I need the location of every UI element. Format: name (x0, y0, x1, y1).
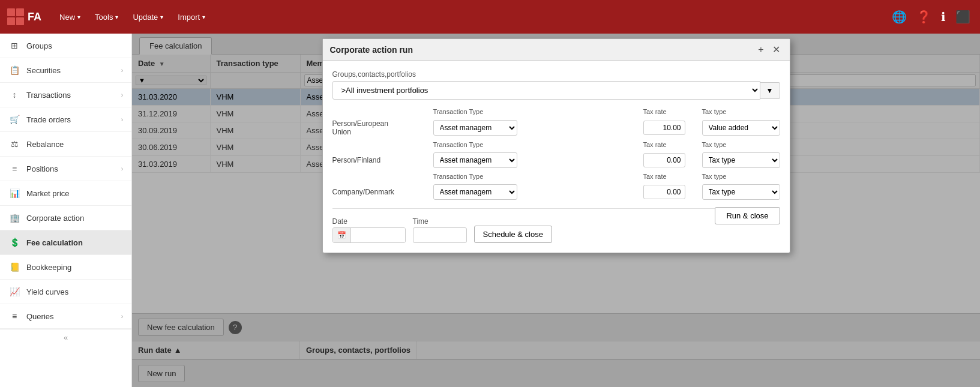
groups-dropdown-row: >All investment portfolios ▼ (332, 81, 780, 100)
corporate-action-run-dialog: Corporate action run + ✕ Groups,contacts… (322, 38, 790, 253)
sidebar-item-corporate-action[interactable]: 🏢 Corporate action (0, 206, 131, 230)
help-icon[interactable]: ❓ (914, 7, 934, 26)
groups-icon: ⊞ (8, 40, 20, 52)
sidebar-item-label: Yield curves (26, 287, 123, 296)
person-eu-label: Person/EuropeanUnion (332, 119, 428, 136)
tax-rate-col-header-2: Tax rate (643, 141, 697, 148)
sidebar-item-label: Groups (26, 41, 123, 50)
chevron-right-icon: › (121, 313, 123, 320)
tx-type-fi-group: Asset managem (433, 152, 639, 168)
logout-icon[interactable]: ⬛ (953, 7, 973, 26)
sidebar: ⊞ Groups 📋 Securities › ↕ Transactions ›… (0, 34, 132, 387)
yield-curves-icon: 📈 (8, 286, 20, 298)
tax-header-row-3: Transaction Type Tax rate Tax type (332, 173, 780, 182)
date-group: Date 📅 (332, 217, 406, 243)
sidebar-item-securities[interactable]: 📋 Securities › (0, 58, 131, 83)
sidebar-item-queries[interactable]: ≡ Queries › (0, 304, 131, 329)
date-label: Date (332, 217, 406, 226)
tax-type-col-header-3: Tax type (702, 173, 780, 180)
sidebar-item-transactions[interactable]: ↕ Transactions › (0, 83, 131, 107)
time-label: Time (413, 217, 467, 226)
tax-type-eu-group: Value added (702, 120, 780, 136)
rebalance-icon: ⚖ (8, 138, 20, 150)
tx-type-dk-select[interactable]: Asset managem (433, 184, 517, 200)
tax-rate-dk-input[interactable] (643, 185, 685, 199)
chevron-right-icon: › (121, 116, 123, 123)
sidebar-item-label: Trade orders (26, 115, 115, 124)
import-menu[interactable]: Import ▾ (172, 9, 211, 25)
trade-orders-icon: 🛒 (8, 113, 20, 125)
chevron-right-icon: › (121, 67, 123, 74)
update-caret: ▾ (160, 14, 163, 20)
logo-area: FA (7, 8, 41, 25)
tax-type-col-header-2: Tax type (702, 141, 780, 148)
queries-icon: ≡ (8, 310, 20, 322)
sidebar-item-bookkeeping[interactable]: 📒 Bookkeeping (0, 255, 131, 280)
logo-text: FA (28, 11, 41, 23)
info-icon[interactable]: ℹ (939, 7, 948, 26)
sidebar-collapse-btn[interactable]: « (0, 329, 131, 346)
time-input[interactable] (413, 227, 467, 243)
tx-type-col-header-3: Transaction Type (433, 173, 639, 180)
dialog-header: Corporate action run + ✕ (323, 39, 790, 61)
tx-type-fi-select[interactable]: Asset managem (433, 152, 517, 168)
tax-row-person-fi: Person/Finland Asset managem (332, 152, 780, 168)
tax-type-eu-select[interactable]: Value added (702, 120, 780, 136)
tx-type-eu-select[interactable]: Asset managem (433, 120, 517, 136)
tax-header-row-2: Transaction Type Tax rate Tax type (332, 141, 780, 150)
company-dk-label: Company/Denmark (332, 188, 428, 196)
tax-type-dk-select[interactable]: Tax type (702, 184, 780, 200)
date-time-row: Date 📅 Time Schedul (332, 217, 715, 243)
sidebar-item-trade-orders[interactable]: 🛒 Trade orders › (0, 107, 131, 132)
tax-rate-col-header-3: Tax rate (643, 173, 697, 180)
dialog-close-button[interactable]: ✕ (770, 44, 783, 55)
nav-right: 🌐 ❓ ℹ ⬛ (889, 7, 973, 26)
tax-rows-container: Transaction Type Tax rate Tax type Perso… (332, 108, 780, 200)
dialog-title: Corporate action run (330, 45, 413, 55)
fee-calculation-icon: 💲 (8, 236, 20, 248)
transactions-icon: ↕ (8, 89, 20, 101)
chevron-right-icon: › (121, 166, 123, 172)
tx-type-eu-group: Asset managem (433, 120, 639, 136)
sidebar-item-label: Bookkeeping (26, 263, 123, 272)
sidebar-item-fee-calculation[interactable]: 💲 Fee calculation (0, 230, 131, 255)
tools-menu[interactable]: Tools ▾ (89, 9, 124, 25)
update-menu[interactable]: Update ▾ (127, 9, 169, 25)
content-area: Fee calculation Date ▼ Transaction type (132, 34, 980, 387)
tx-type-col-header: Transaction Type (433, 108, 639, 115)
dialog-maximize-button[interactable]: + (756, 44, 766, 55)
groups-form-group: Groups,contacts,portfolios >All investme… (332, 70, 780, 100)
schedule-close-container: Schedule & close (474, 226, 552, 243)
sidebar-item-yield-curves[interactable]: 📈 Yield curves (0, 280, 131, 304)
sidebar-item-label: Positions (26, 164, 115, 173)
groups-label: Groups,contacts,portfolios (332, 70, 780, 79)
new-menu[interactable]: New ▾ (53, 9, 86, 25)
securities-icon: 📋 (8, 64, 20, 76)
top-nav: FA New ▾ Tools ▾ Update ▾ Import ▾ 🌐 ❓ ℹ… (0, 0, 980, 34)
chevron-right-icon: › (121, 92, 123, 98)
sidebar-item-positions[interactable]: ≡ Positions › (0, 157, 131, 181)
sidebar-item-market-price[interactable]: 📊 Market price (0, 181, 131, 206)
tax-rate-eu-input[interactable] (643, 121, 685, 135)
tax-type-fi-select[interactable]: Tax type (702, 152, 780, 168)
tax-rate-fi-input[interactable] (643, 153, 685, 167)
groups-dropdown-arrow[interactable]: ▼ (760, 82, 780, 99)
tools-caret: ▾ (115, 14, 118, 20)
sidebar-item-groups[interactable]: ⊞ Groups (0, 34, 131, 58)
sidebar-item-rebalance[interactable]: ⚖ Rebalance (0, 132, 131, 157)
sidebar-item-label: Transactions (26, 91, 115, 100)
calendar-icon[interactable]: 📅 (333, 228, 351, 242)
date-input[interactable] (351, 228, 405, 242)
sidebar-item-label: Fee calculation (26, 238, 123, 247)
tax-type-dk-group: Tax type (702, 184, 780, 200)
tax-rate-eu-group (643, 121, 697, 135)
schedule-close-button[interactable]: Schedule & close (474, 226, 552, 243)
positions-icon: ≡ (8, 163, 20, 175)
sidebar-item-label: Rebalance (26, 140, 123, 149)
schedule-section: Date 📅 Time Schedul (332, 208, 780, 243)
corporate-action-icon: 🏢 (8, 212, 20, 224)
groups-select[interactable]: >All investment portfolios (332, 81, 760, 100)
globe-icon[interactable]: 🌐 (889, 7, 909, 26)
dialog-overlay: Corporate action run + ✕ Groups,contacts… (132, 34, 980, 387)
run-close-button[interactable]: Run & close (715, 207, 780, 224)
